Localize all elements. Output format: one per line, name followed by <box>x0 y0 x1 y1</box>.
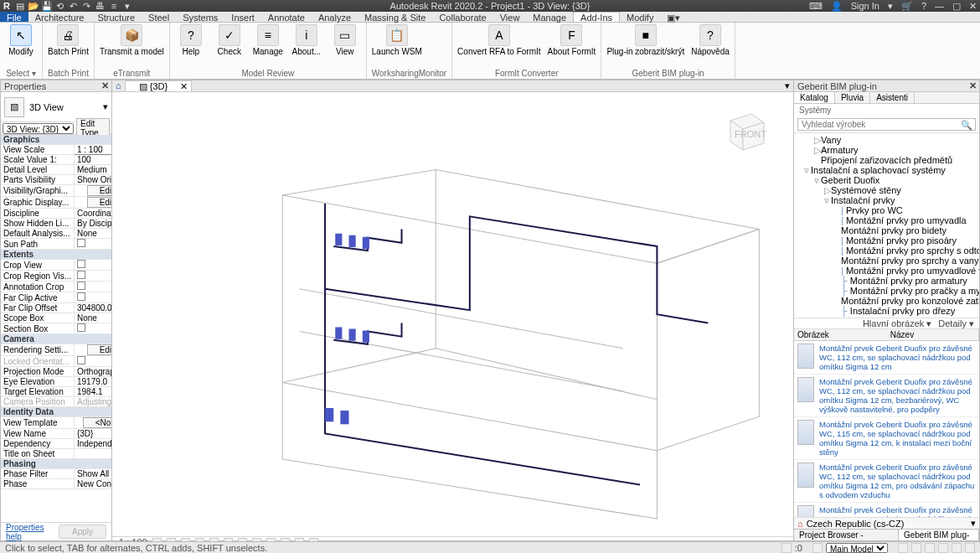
view-cube[interactable]: FRONT <box>718 104 768 154</box>
tree-node[interactable]: | Montážní prvky pro pisoáry <box>794 235 979 245</box>
qat-sync-icon[interactable]: ⟲ <box>55 1 65 11</box>
tree-twist-icon[interactable]: ▷ <box>824 185 831 195</box>
tree-twist-icon[interactable]: ▷ <box>814 135 821 145</box>
qat-save-icon[interactable]: 💾 <box>42 1 52 11</box>
prop-value[interactable]: 1 : 100 <box>74 145 111 155</box>
3d-viewport[interactable]: FRONT <box>112 92 793 536</box>
doc-tab-close-icon[interactable]: ✕ <box>180 81 188 92</box>
tree-node[interactable]: Připojení zařizovacích předmětů <box>794 155 979 165</box>
tree-twist-icon[interactable]: ▿ <box>814 175 821 185</box>
qat-measure-icon[interactable]: ≡ <box>109 1 119 11</box>
catalog-item[interactable]: Montážní prvek Geberit Duofix pro závěsn… <box>794 503 979 517</box>
keyboard-icon[interactable]: ⌨ <box>809 1 823 12</box>
tree-node[interactable]: Montážní prvky pro sprchy a vany <box>794 256 979 266</box>
prop-value[interactable]: Edit... <box>74 185 111 197</box>
minimize-icon[interactable]: — <box>935 1 944 11</box>
home-icon[interactable]: ⌂ <box>797 519 803 529</box>
document-tab[interactable]: ▨ {3D} ✕ <box>125 80 192 91</box>
tree-node[interactable]: ▷Systémové stěny <box>794 185 979 195</box>
prop-value[interactable]: <None> <box>74 417 111 429</box>
prop-value[interactable]: Edit... <box>74 344 111 356</box>
catalog-item[interactable]: Montážní prvek Geberit Duofix pro závěsn… <box>794 375 979 417</box>
ribbon-about--button[interactable]: iAbout... <box>291 24 322 56</box>
prop-value[interactable] <box>74 323 111 334</box>
ribbon-check-button[interactable]: ✓Check <box>214 24 245 56</box>
tab-view[interactable]: View <box>493 12 527 22</box>
main-model-select[interactable]: Main Model <box>826 543 888 553</box>
bottom-tab[interactable]: Geberit BIM plug-in <box>899 530 979 540</box>
tree-node[interactable]: Montážní prvky pro konzolové zatížení <box>794 296 979 306</box>
tree-node[interactable]: ▿Geberit Duofix <box>794 175 979 185</box>
cart-icon[interactable]: 🛒 <box>901 1 913 12</box>
tab-massing-site[interactable]: Massing & Site <box>358 12 432 22</box>
ribbon-manage-button[interactable]: ≡Manage <box>252 24 284 56</box>
tab-file[interactable]: File <box>0 12 28 22</box>
prop-value[interactable] <box>74 449 111 459</box>
prop-value[interactable]: None <box>74 229 111 239</box>
plugin-tab-asistenti[interactable]: Asistenti <box>870 92 915 103</box>
prop-value[interactable] <box>74 260 111 271</box>
tree-node[interactable]: ▷Vany <box>794 135 979 145</box>
help-icon[interactable]: ? <box>921 1 926 11</box>
tree-twist-icon[interactable]: ▿ <box>824 195 831 205</box>
qat-redo-icon[interactable]: ↷ <box>82 1 92 11</box>
apply-button[interactable]: Apply <box>59 525 106 539</box>
ribbon-collapse-icon[interactable]: ▣▾ <box>660 12 687 22</box>
filter-icon[interactable] <box>965 543 975 553</box>
tab-annotate[interactable]: Annotate <box>261 12 312 22</box>
ribbon-convert-rfa-to-formit-button[interactable]: AConvert RFA to FormIt <box>457 24 540 56</box>
close-properties-icon[interactable]: ✕ <box>101 80 109 91</box>
tree-node[interactable]: | Montážní prvky pro sprchy s odtokem ve… <box>794 245 979 256</box>
prop-value[interactable]: By Discipline <box>74 219 111 229</box>
select-links-icon[interactable] <box>898 543 908 553</box>
tree-node[interactable]: ▿Instalační a splachovací systémy <box>794 165 979 175</box>
tree-node[interactable]: Montážní prvky pro bidety <box>794 225 979 235</box>
ribbon-view-button[interactable]: ▭View <box>329 24 361 56</box>
qat-open-icon[interactable]: 📂 <box>28 1 39 11</box>
qat-file-icon[interactable]: ▤ <box>15 1 25 11</box>
prop-value[interactable]: Medium <box>74 165 111 175</box>
ribbon-modify-button[interactable]: ↖Modify <box>5 24 37 56</box>
prop-value[interactable]: Show Original <box>74 175 111 185</box>
tab-modify[interactable]: Modify <box>620 12 660 22</box>
ribbon-transmit-a-model-button[interactable]: 📦Transmit a model <box>100 24 164 56</box>
ribbon-plug-in-zobrazit-skr-t-button[interactable]: ■Plug-in zobrazit/skrýt <box>606 24 684 56</box>
prop-value[interactable]: Orthographic <box>74 367 111 377</box>
typebox-dropdown-icon[interactable]: ▾ <box>103 101 108 112</box>
select-underlay-icon[interactable] <box>911 543 921 553</box>
sign-in-link[interactable]: Sign In <box>851 1 879 11</box>
prop-value[interactable]: 1984.1 <box>74 387 111 397</box>
prop-value[interactable]: 100 <box>74 155 111 165</box>
bottom-tab[interactable]: Project Browser - Project1 <box>794 530 899 540</box>
catalog-item[interactable]: Montážní prvek Geberit Duofix pro závěsn… <box>794 417 979 460</box>
user-icon[interactable]: 👤 <box>831 1 843 12</box>
select-face-icon[interactable] <box>938 543 948 553</box>
tree-node[interactable]: ├ Montážní prvky pro pračky a myčky nádo… <box>794 286 979 296</box>
ribbon-help-button[interactable]: ?Help <box>175 24 207 56</box>
qat-more-icon[interactable]: ▾ <box>122 1 132 11</box>
view-selector[interactable]: 3D View: {3D} <box>3 123 74 134</box>
plugin-tab-katalog[interactable]: Katalog <box>794 92 835 103</box>
locale-label[interactable]: Czech Republic (cs-CZ) <box>807 519 905 529</box>
search-input[interactable] <box>797 118 976 131</box>
tree-node[interactable]: ├ Montážní prvky pro armatury <box>794 276 979 286</box>
tab-architecture[interactable]: Architecture <box>28 12 91 22</box>
maximize-icon[interactable]: ▢ <box>952 1 961 12</box>
prop-value[interactable] <box>74 292 111 303</box>
prop-value[interactable] <box>74 271 111 282</box>
dropdown-icon[interactable]: ▾ <box>888 1 893 12</box>
prop-value[interactable] <box>74 282 111 292</box>
tree-node[interactable]: ▷Armatury <box>794 145 979 155</box>
ribbon-n-pov-da-button[interactable]: ?Nápověda <box>691 24 730 56</box>
prop-value[interactable]: Coordination <box>74 209 111 219</box>
model-icon[interactable] <box>812 543 823 553</box>
prop-value[interactable]: 304800.0 <box>74 303 111 313</box>
tree-node[interactable]: ├ Instalační prvky pro dřezy <box>794 306 979 316</box>
prop-value[interactable] <box>74 356 111 367</box>
ribbon-about-formit-button[interactable]: FAbout FormIt <box>548 24 596 56</box>
home-tab-icon[interactable]: ⌂ <box>112 80 125 91</box>
tab-collaborate[interactable]: Collaborate <box>432 12 493 22</box>
ribbon-batch-print-button[interactable]: 🖨Batch Print <box>48 24 89 56</box>
prop-value[interactable] <box>74 239 111 250</box>
prop-value[interactable]: Adjusting <box>74 397 111 407</box>
